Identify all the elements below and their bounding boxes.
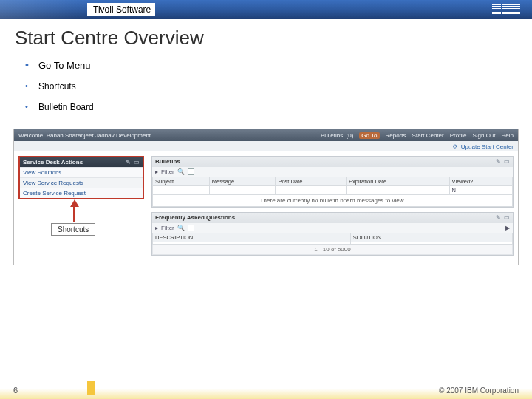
faq-filterbar: ▸ Filter 🔍 ▶ [152, 222, 513, 233]
filter-toggle-icon[interactable]: ▸ [155, 225, 158, 231]
edit-icon[interactable]: ✎ [496, 214, 501, 221]
ibm-logo [492, 4, 520, 15]
bulletins-filterbar: ▸ Filter 🔍 [152, 166, 513, 177]
col-postdate[interactable]: Post Date [276, 177, 347, 186]
col-description[interactable]: DESCRIPTION [153, 233, 351, 242]
filter-toggle-icon[interactable]: ▸ [155, 168, 158, 175]
panel-tools: ✎ ▭ [496, 158, 510, 165]
nav-reports[interactable]: Reports [386, 132, 406, 139]
top-banner: Tivoli Software [0, 0, 532, 19]
callout: Shortcuts [18, 204, 144, 241]
col-solution[interactable]: SOLUTION [350, 233, 512, 242]
faq-range: 1 - 10 of 5000 [152, 245, 513, 255]
service-desk-actions-panel: Service Desk Actions ✎ ▭ View Solutions … [18, 156, 144, 200]
app-nav: Bulletins: (0) Go To Reports Start Cente… [321, 132, 514, 139]
bulletins-title: Bulletins [155, 158, 180, 165]
refresh-icon[interactable]: ⟳ [453, 143, 458, 150]
footer-accent [87, 381, 95, 395]
update-start-center-link[interactable]: Update Start Center [461, 143, 514, 150]
link-create-service-request[interactable]: Create Service Request [20, 188, 143, 198]
nav-startcenter[interactable]: Start Center [412, 132, 444, 139]
callout-label: Shortcuts [51, 223, 95, 236]
bullet-shortcuts: Shortcuts [25, 81, 510, 92]
search-icon[interactable]: 🔍 [177, 225, 185, 231]
col-viewed[interactable]: Viewed? [449, 177, 512, 186]
faq-header: Frequently Asked Questions ✎ ▭ [152, 213, 513, 222]
faq-title: Frequently Asked Questions [155, 214, 235, 221]
col-subject[interactable]: Subject [153, 177, 210, 186]
service-desk-actions-title: Service Desk Actions [23, 159, 83, 166]
bulletins-header: Bulletins ✎ ▭ [152, 157, 513, 166]
nav-help[interactable]: Help [502, 132, 514, 139]
bulletins-empty-msg: There are currently no bulletin board me… [152, 195, 513, 207]
minimize-icon[interactable]: ▭ [504, 158, 510, 165]
copyright: © 2007 IBM Corporation [439, 386, 519, 395]
bulletins-panel: Bulletins ✎ ▭ ▸ Filter 🔍 Subject Message [151, 156, 514, 208]
search-icon[interactable]: 🔍 [177, 168, 185, 175]
link-view-solutions[interactable]: View Solutions [20, 167, 143, 177]
page-title: Start Centre Overview [0, 19, 532, 52]
panel-tools: ✎ ▭ [126, 159, 140, 166]
faq-table: DESCRIPTION SOLUTION [152, 233, 513, 245]
link-view-service-requests[interactable]: View Service Requests [20, 177, 143, 188]
filter-label: Filter [161, 225, 174, 231]
app-header: Welcome, Baban Sharanjeet Jadhav Develop… [14, 129, 518, 141]
nav-bulletins[interactable]: Bulletins: (0) [321, 132, 353, 139]
table-row: N [153, 186, 513, 195]
footer: 6 © 2007 IBM Corporation [0, 377, 532, 399]
bullet-bulletin: Bulletin Board [25, 102, 510, 112]
bulletins-table: Subject Message Post Date Expiration Dat… [152, 177, 513, 195]
nav-profile[interactable]: Profile [450, 132, 467, 139]
welcome-text: Welcome, Baban Sharanjeet Jadhav Develop… [18, 132, 151, 139]
nav-goto[interactable]: Go To [359, 132, 379, 139]
nav-next-icon[interactable]: ▶ [505, 225, 510, 231]
app-subbar: ⟳ Update Start Center [14, 141, 518, 151]
minimize-icon[interactable]: ▭ [504, 214, 510, 221]
embedded-screenshot: Welcome, Baban Sharanjeet Jadhav Develop… [13, 129, 519, 265]
edit-icon[interactable]: ✎ [496, 158, 501, 165]
filter-box-icon[interactable] [188, 225, 194, 231]
col-expiration[interactable]: Expiration Date [347, 177, 450, 186]
bullet-list: Go To Menu Shortcuts Bulletin Board [0, 52, 532, 129]
filter-label: Filter [161, 168, 174, 175]
faq-panel: Frequently Asked Questions ✎ ▭ ▸ Filter … [151, 212, 514, 256]
brand-label: Tivoli Software [87, 3, 155, 16]
nav-signout[interactable]: Sign Out [472, 132, 495, 139]
filter-box-icon[interactable] [188, 168, 194, 175]
bullet-goto: Go To Menu [25, 60, 510, 71]
edit-icon[interactable]: ✎ [126, 159, 131, 166]
col-message[interactable]: Message [209, 177, 276, 186]
panel-tools: ✎ ▭ [496, 214, 510, 221]
service-desk-actions-header: Service Desk Actions ✎ ▭ [20, 157, 143, 167]
page-number: 6 [13, 386, 18, 395]
minimize-icon[interactable]: ▭ [134, 159, 140, 166]
